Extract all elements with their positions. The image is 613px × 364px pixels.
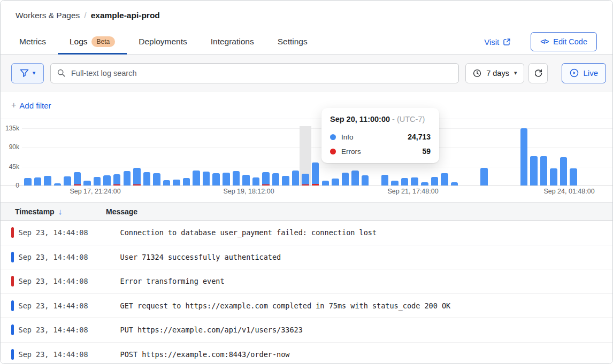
chart-bar[interactable] — [332, 179, 339, 185]
filter-row: + Add filter — [1, 92, 612, 119]
chart-bar[interactable] — [421, 182, 428, 185]
chart-bar[interactable] — [401, 178, 409, 185]
play-circle-icon — [570, 68, 579, 78]
info-bar-segment — [113, 174, 121, 184]
chart-bar[interactable] — [362, 175, 369, 185]
tab-integrations[interactable]: Integrations — [199, 30, 266, 55]
tooltip-series-value: 24,713 — [408, 133, 431, 141]
x-axis-tick: Sep 24, 01:48:00 — [526, 188, 612, 195]
info-bar-segment — [242, 175, 250, 185]
chart-bar[interactable] — [520, 128, 528, 185]
chart-bar[interactable] — [54, 183, 62, 185]
table-row[interactable]: Sep 23, 14:44:08 User 71324 successfully… — [1, 245, 612, 270]
filter-dropdown-button[interactable]: ▾ — [11, 63, 44, 83]
chart-bar[interactable] — [143, 172, 151, 185]
chart-bar[interactable] — [212, 173, 220, 185]
error-bar-segment — [74, 184, 81, 185]
tooltip-rows: Info 24,713 Errors 59 — [330, 133, 431, 156]
chart-bar[interactable] — [203, 172, 210, 185]
table-row[interactable]: Sep 23, 14:44:08 POST https://example.co… — [1, 343, 612, 364]
info-bar-segment — [233, 171, 240, 185]
chart-bar[interactable] — [411, 177, 418, 185]
chart-bar[interactable] — [163, 180, 171, 185]
chart-bar[interactable] — [302, 174, 309, 185]
log-message: Error transforming event — [120, 277, 225, 285]
chart-bar[interactable] — [113, 174, 121, 185]
table-row[interactable]: Sep 23, 14:44:08 Error transforming even… — [1, 269, 612, 294]
info-bar-segment — [431, 177, 439, 185]
chart-bar[interactable] — [103, 175, 111, 185]
chart-bar[interactable] — [83, 181, 91, 185]
info-bar-segment — [143, 172, 151, 185]
column-header-timestamp[interactable]: Timestamp ↓ — [1, 207, 106, 216]
chart-bar[interactable] — [24, 178, 32, 185]
tab-settings[interactable]: Settings — [266, 30, 319, 55]
tooltip-series-value: 59 — [422, 147, 431, 156]
chart-bar[interactable] — [44, 176, 51, 185]
refresh-icon — [534, 68, 543, 78]
chart-bar[interactable] — [34, 177, 42, 185]
chart-bar[interactable] — [391, 181, 399, 185]
chart-bar[interactable] — [124, 171, 131, 185]
log-level-indicator — [11, 227, 14, 238]
chart-bar[interactable] — [322, 181, 330, 185]
chart-bar[interactable] — [560, 157, 568, 185]
chart-bar[interactable] — [282, 176, 289, 185]
chart-bar[interactable] — [351, 171, 359, 185]
chart-bar[interactable] — [570, 168, 577, 185]
tab-deployments[interactable]: Deployments — [127, 30, 198, 55]
chart-bar[interactable] — [74, 172, 81, 185]
chart-bar[interactable] — [193, 171, 200, 185]
chart-bar[interactable] — [133, 168, 141, 185]
edit-code-button[interactable]: </> Edit Code — [531, 32, 597, 51]
live-button[interactable]: Live — [562, 63, 606, 83]
info-bar-segment — [351, 171, 359, 185]
info-bar-segment — [24, 178, 32, 185]
chart-bar[interactable] — [223, 173, 230, 185]
chart-bar[interactable] — [441, 173, 448, 185]
search-input[interactable] — [70, 68, 452, 78]
chart-bar[interactable] — [381, 175, 389, 185]
tab-logs[interactable]: LogsBeta — [58, 30, 127, 55]
chart-bar[interactable] — [530, 156, 538, 185]
chart-bar[interactable] — [292, 171, 300, 185]
time-range-button[interactable]: 7 days ▾ — [465, 63, 524, 83]
table-row[interactable]: Sep 23, 14:44:08 GET request to https://… — [1, 294, 612, 319]
tooltip-row-errors: Errors 59 — [330, 147, 431, 156]
chart-bar[interactable] — [173, 180, 180, 185]
refresh-button[interactable] — [528, 63, 548, 83]
info-bar-segment — [292, 171, 300, 185]
tab-label: Integrations — [211, 37, 254, 47]
add-filter-button[interactable]: + Add filter — [11, 100, 51, 110]
info-bar-segment — [173, 180, 180, 185]
visit-label: Visit — [484, 37, 499, 47]
chart-bar[interactable] — [451, 182, 458, 185]
chart-bar[interactable] — [94, 177, 101, 185]
chart-bar[interactable] — [342, 173, 349, 185]
column-header-message[interactable]: Message — [106, 207, 137, 216]
chart-bar[interactable] — [312, 162, 319, 185]
log-table: Timestamp ↓ Message Sep 23, 14:44:08 Con… — [1, 198, 612, 363]
table-row[interactable]: Sep 23, 14:44:08 PUT https://example.com… — [1, 318, 612, 343]
tab-metrics[interactable]: Metrics — [7, 30, 58, 55]
chart-bar[interactable] — [540, 156, 548, 185]
chart-bar[interactable] — [242, 175, 250, 185]
table-row[interactable]: Sep 23, 14:44:08 Connection to database … — [1, 221, 612, 245]
chart-bar[interactable] — [550, 168, 557, 185]
error-bar-segment — [312, 184, 319, 185]
info-bar-segment — [272, 173, 280, 185]
chart-bar[interactable] — [153, 173, 160, 185]
info-bar-segment — [530, 156, 538, 185]
chart-bar[interactable] — [431, 177, 439, 185]
chart-bar[interactable] — [272, 173, 280, 185]
chart-bar[interactable] — [183, 178, 190, 185]
chart-bar[interactable] — [233, 171, 240, 185]
info-bar-segment — [74, 172, 81, 184]
chart-bar[interactable] — [480, 168, 488, 185]
chart-bar[interactable] — [262, 172, 270, 185]
breadcrumb-section[interactable]: Workers & Pages — [16, 11, 80, 20]
info-bar-segment — [540, 156, 548, 185]
chart-bar[interactable] — [64, 176, 71, 185]
visit-link[interactable]: Visit — [484, 37, 511, 47]
chart-bar[interactable] — [252, 177, 260, 185]
